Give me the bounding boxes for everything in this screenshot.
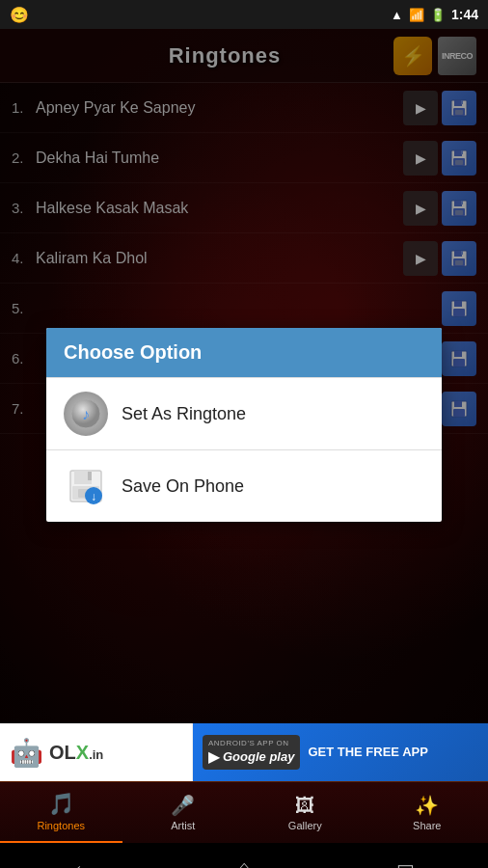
battery-icon: 🔋 <box>430 8 446 22</box>
nav-share-icon: ✨ <box>415 794 439 817</box>
svg-text:♪: ♪ <box>82 406 90 422</box>
back-button[interactable]: ← <box>73 856 93 869</box>
ad-left[interactable]: 🤖 OLX.in <box>0 723 193 781</box>
nav-ringtones-icon: 🎵 <box>48 792 74 817</box>
nav-gallery[interactable]: 🖼 Gallery <box>244 782 366 843</box>
main-content: Ringtones ⚡ INRECO 1. Apney Pyar Ke Sapn… <box>0 29 488 723</box>
status-time: 1:44 <box>451 7 478 22</box>
google-play-name: Google play <box>223 749 294 764</box>
google-play-badge: ANDROID'S APP ON ▶ Google play <box>203 735 300 770</box>
ad-cta-text: GET THE FREE APP <box>308 745 427 761</box>
nav-artist-label: Artist <box>171 820 195 831</box>
status-right: ▲ 📶 🔋 1:44 <box>391 7 478 22</box>
app-icon: 😊 <box>10 6 29 24</box>
set-ringtone-label: Set As Ringtone <box>122 404 246 424</box>
status-left: 😊 <box>10 6 29 24</box>
play-triangle-icon: ▶ <box>208 747 220 766</box>
nav-ringtones[interactable]: 🎵 Ringtones <box>0 782 122 843</box>
olx-in: .in <box>89 747 103 762</box>
nav-ringtones-label: Ringtones <box>37 820 85 831</box>
ringtone-icon: ♪ <box>64 392 108 436</box>
svg-text:↓: ↓ <box>91 490 96 503</box>
android-app-text: ANDROID'S APP ON <box>208 739 289 747</box>
nav-gallery-label: Gallery <box>288 820 322 831</box>
google-play-row: ▶ Google play <box>208 747 294 766</box>
ad-banner[interactable]: 🤖 OLX.in ANDROID'S APP ON ▶ Google play … <box>0 723 488 781</box>
nav-gallery-icon: 🖼 <box>295 795 314 817</box>
status-bar: 😊 ▲ 📶 🔋 1:44 <box>0 0 488 29</box>
olx-x: X <box>76 742 89 763</box>
ad-robot-icon: 🤖 <box>10 737 43 769</box>
save-on-phone-label: Save On Phone <box>122 476 244 497</box>
google-play-section: ANDROID'S APP ON ▶ Google play <box>203 735 300 770</box>
save-icon: ↓ <box>64 464 108 508</box>
nav-share-label: Share <box>413 820 441 831</box>
nav-share[interactable]: ✨ Share <box>366 782 489 843</box>
nav-artist-icon: 🎤 <box>171 794 195 817</box>
save-on-phone-item[interactable]: ↓ Save On Phone <box>46 449 442 522</box>
recents-button[interactable]: ▭ <box>396 855 415 868</box>
ad-right[interactable]: ANDROID'S APP ON ▶ Google play GET THE F… <box>193 723 488 781</box>
olx-logo: OLX.in <box>49 742 103 764</box>
nav-artist[interactable]: 🎤 Artist <box>122 782 245 843</box>
signal-icon: 📶 <box>409 8 424 22</box>
floppy-save-icon: ↓ <box>67 467 105 505</box>
home-button[interactable]: ⌂ <box>238 856 250 869</box>
music-note-icon: ♪ <box>70 398 101 429</box>
bottom-nav: 🎵 Ringtones 🎤 Artist 🖼 Gallery ✨ Share <box>0 781 488 843</box>
modal-overlay[interactable]: Choose Option ♪ Set As <box>0 29 488 723</box>
context-menu: Choose Option ♪ Set As <box>46 328 442 522</box>
wifi-icon: ▲ <box>391 8 403 22</box>
system-bar: ← ⌂ ▭ <box>0 843 488 868</box>
context-menu-title: Choose Option <box>64 341 202 363</box>
context-menu-header: Choose Option <box>46 328 442 377</box>
set-ringtone-item[interactable]: ♪ Set As Ringtone <box>46 377 442 449</box>
olx-text: OL <box>49 742 76 763</box>
svg-rect-33 <box>88 472 92 480</box>
